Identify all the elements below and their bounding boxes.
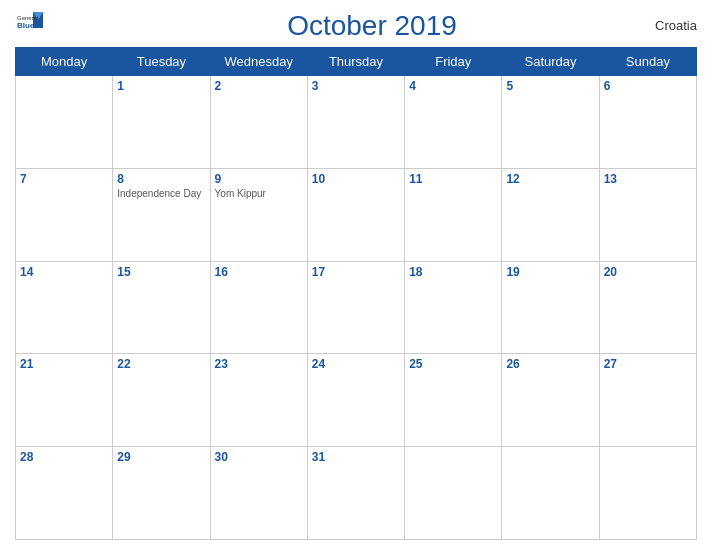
calendar-cell: 28 bbox=[16, 447, 113, 540]
calendar-cell: 26 bbox=[502, 354, 599, 447]
weekday-header-row: MondayTuesdayWednesdayThursdayFridaySatu… bbox=[16, 48, 697, 76]
calendar-cell: 2 bbox=[210, 76, 307, 169]
day-number: 13 bbox=[604, 172, 692, 186]
weekday-header-sunday: Sunday bbox=[599, 48, 696, 76]
month-title: October 2019 bbox=[287, 10, 457, 42]
day-number: 9 bbox=[215, 172, 303, 186]
weekday-header-thursday: Thursday bbox=[307, 48, 404, 76]
calendar-week-3: 14151617181920 bbox=[16, 261, 697, 354]
day-number: 29 bbox=[117, 450, 205, 464]
calendar-cell: 27 bbox=[599, 354, 696, 447]
calendar-cell: 21 bbox=[16, 354, 113, 447]
calendar-cell: 23 bbox=[210, 354, 307, 447]
day-number: 25 bbox=[409, 357, 497, 371]
day-number: 8 bbox=[117, 172, 205, 186]
calendar-cell: 6 bbox=[599, 76, 696, 169]
calendar-cell: 1 bbox=[113, 76, 210, 169]
event-label: Independence Day bbox=[117, 188, 205, 199]
day-number: 22 bbox=[117, 357, 205, 371]
calendar-cell: 17 bbox=[307, 261, 404, 354]
calendar-cell: 13 bbox=[599, 168, 696, 261]
day-number: 18 bbox=[409, 265, 497, 279]
calendar-cell bbox=[599, 447, 696, 540]
calendar-cell: 7 bbox=[16, 168, 113, 261]
weekday-header-wednesday: Wednesday bbox=[210, 48, 307, 76]
calendar-cell bbox=[502, 447, 599, 540]
day-number: 12 bbox=[506, 172, 594, 186]
calendar-cell: 16 bbox=[210, 261, 307, 354]
calendar-cell: 10 bbox=[307, 168, 404, 261]
calendar-cell bbox=[405, 447, 502, 540]
day-number: 21 bbox=[20, 357, 108, 371]
logo-icon: General Blue bbox=[15, 10, 47, 32]
day-number: 6 bbox=[604, 79, 692, 93]
weekday-header-tuesday: Tuesday bbox=[113, 48, 210, 76]
calendar-cell: 22 bbox=[113, 354, 210, 447]
svg-text:Blue: Blue bbox=[17, 21, 35, 30]
weekday-header-monday: Monday bbox=[16, 48, 113, 76]
calendar-cell: 19 bbox=[502, 261, 599, 354]
day-number: 15 bbox=[117, 265, 205, 279]
calendar-cell: 24 bbox=[307, 354, 404, 447]
calendar-cell: 5 bbox=[502, 76, 599, 169]
calendar-cell: 12 bbox=[502, 168, 599, 261]
calendar-cell: 3 bbox=[307, 76, 404, 169]
calendar-cell: 29 bbox=[113, 447, 210, 540]
calendar-cell: 14 bbox=[16, 261, 113, 354]
day-number: 26 bbox=[506, 357, 594, 371]
day-number: 2 bbox=[215, 79, 303, 93]
calendar-cell: 31 bbox=[307, 447, 404, 540]
weekday-header-friday: Friday bbox=[405, 48, 502, 76]
calendar-cell: 9Yom Kippur bbox=[210, 168, 307, 261]
calendar-header: General Blue October 2019 Croatia bbox=[15, 10, 697, 42]
calendar-cell: 15 bbox=[113, 261, 210, 354]
calendar-cell: 11 bbox=[405, 168, 502, 261]
day-number: 20 bbox=[604, 265, 692, 279]
calendar-week-1: 123456 bbox=[16, 76, 697, 169]
logo: General Blue bbox=[15, 10, 47, 32]
country-label: Croatia bbox=[655, 18, 697, 33]
calendar-cell: 18 bbox=[405, 261, 502, 354]
calendar-cell: 8Independence Day bbox=[113, 168, 210, 261]
day-number: 17 bbox=[312, 265, 400, 279]
day-number: 7 bbox=[20, 172, 108, 186]
calendar-cell: 30 bbox=[210, 447, 307, 540]
day-number: 23 bbox=[215, 357, 303, 371]
day-number: 4 bbox=[409, 79, 497, 93]
weekday-header-saturday: Saturday bbox=[502, 48, 599, 76]
day-number: 5 bbox=[506, 79, 594, 93]
calendar-week-5: 28293031 bbox=[16, 447, 697, 540]
event-label: Yom Kippur bbox=[215, 188, 303, 199]
day-number: 28 bbox=[20, 450, 108, 464]
day-number: 10 bbox=[312, 172, 400, 186]
calendar-table: MondayTuesdayWednesdayThursdayFridaySatu… bbox=[15, 47, 697, 540]
day-number: 27 bbox=[604, 357, 692, 371]
day-number: 19 bbox=[506, 265, 594, 279]
calendar-week-2: 78Independence Day9Yom Kippur10111213 bbox=[16, 168, 697, 261]
day-number: 16 bbox=[215, 265, 303, 279]
calendar-cell: 25 bbox=[405, 354, 502, 447]
day-number: 3 bbox=[312, 79, 400, 93]
day-number: 30 bbox=[215, 450, 303, 464]
day-number: 24 bbox=[312, 357, 400, 371]
day-number: 31 bbox=[312, 450, 400, 464]
day-number: 14 bbox=[20, 265, 108, 279]
calendar-cell: 4 bbox=[405, 76, 502, 169]
day-number: 1 bbox=[117, 79, 205, 93]
calendar-cell bbox=[16, 76, 113, 169]
calendar-cell: 20 bbox=[599, 261, 696, 354]
day-number: 11 bbox=[409, 172, 497, 186]
calendar-week-4: 21222324252627 bbox=[16, 354, 697, 447]
